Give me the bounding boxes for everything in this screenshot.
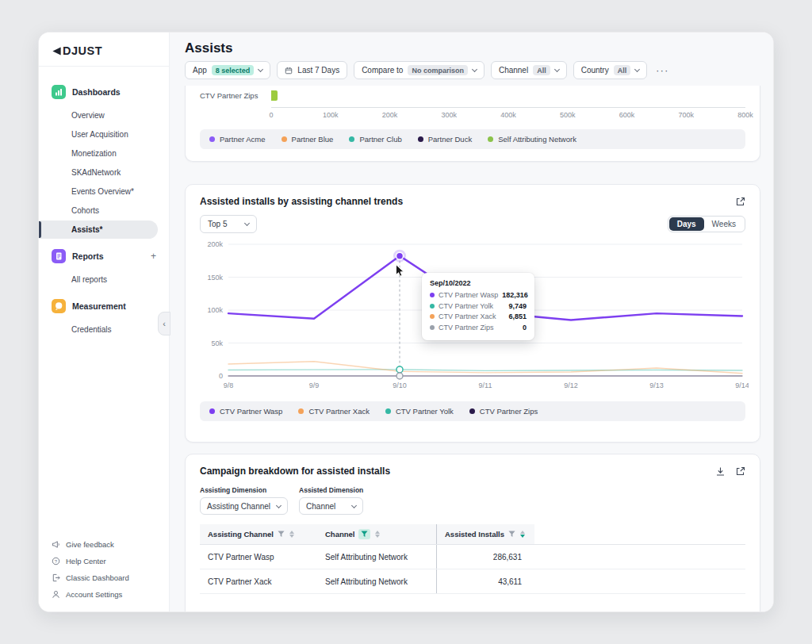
legend-item[interactable]: CTV Partner Xack [298,407,370,416]
channel-filter-badge: All [533,65,550,75]
tooltip-rows: CTV Partner Wasp182,316CTV Partner Yolk9… [430,291,527,332]
table-row[interactable]: CTV Partner XackSelf Attributing Network… [200,569,745,594]
legend-item[interactable]: CTV Partner Yolk [385,407,454,416]
assisted-installs-bar-chart-card: CTV Partner Zips 0100k200k300k400k500k60… [185,86,760,162]
give-feedback-link[interactable]: Give feedback [52,540,156,549]
sidebar-item-assists[interactable]: Assists* [39,220,158,239]
export-icon[interactable] [735,466,745,477]
sidebar-item-cohorts[interactable]: Cohorts [39,201,169,220]
more-filters-button[interactable]: ··· [653,65,672,76]
section-label: Measurement [72,301,126,311]
trend-chart-area[interactable]: 050k100k150k200k9/89/99/109/119/129/139/… [200,238,745,393]
legend-item[interactable]: CTV Partner Wasp [209,407,282,416]
table-row[interactable]: CTV Partner WaspSelf Attributing Network… [200,545,745,569]
table-cell: Self Attributing Network [317,569,436,593]
add-report-button[interactable]: + [151,251,156,262]
top-n-select[interactable]: Top 5 [200,215,257,233]
legend-label: Partner Blue [292,135,334,144]
external-link-icon [52,573,60,582]
sort-icon[interactable] [289,531,294,539]
column-label: Channel [325,530,354,539]
sidebar-section-measurement[interactable]: Measurement [39,293,169,320]
column-header-assisted-installs[interactable]: Assisted Installs [436,524,534,544]
chevron-down-icon [351,502,357,508]
svg-text:9/12: 9/12 [564,381,578,389]
channel-filter[interactable]: Channel All [491,61,567,79]
account-settings-link[interactable]: Account Settings [52,590,156,599]
download-icon[interactable] [715,466,726,477]
reports-icon [52,249,66,263]
footer-label: Account Settings [66,590,122,599]
sidebar-item-monetization[interactable]: Monetization [39,144,169,163]
compare-filter-badge: No comparison [408,65,468,75]
help-center-link[interactable]: ? Help Center [52,557,156,565]
chart-tooltip: Sep/10/2022 CTV Partner Wasp182,316CTV P… [422,273,534,340]
sidebar-section-reports[interactable]: Reports + [39,243,169,270]
tooltip-row: CTV Partner Xack6,851 [430,312,527,320]
date-range-filter[interactable]: Last 7 Days [277,61,347,79]
filter-label: Last 7 Days [297,66,339,75]
legend-item[interactable]: Partner Club [349,135,401,144]
trends-card: Assisted installs by assisting channel t… [185,184,760,443]
select-value: Channel [306,502,335,511]
assisting-dimension-group: Assisting Dimension Assisting Channel [200,486,288,515]
select-value: Assisting Channel [207,502,270,511]
table-cell: CTV Partner Wasp [200,545,317,569]
export-icon[interactable] [735,197,745,207]
sidebar-item-skadnetwork[interactable]: SKAdNetwork [39,163,169,182]
chevron-down-icon [258,67,263,72]
legend-dot [469,408,475,414]
tooltip-series-value: 0 [523,324,527,332]
filter-funnel-icon[interactable] [508,531,515,538]
axis-tick-label: 300k [441,111,457,119]
country-filter[interactable]: Country All [573,61,648,79]
breakdown-table: Assisting Channel Channel [200,524,745,594]
toggle-weeks[interactable]: Weeks [704,217,744,231]
column-header-assisting-channel[interactable]: Assisting Channel [200,524,317,544]
axis-tick-label: 800k [737,111,753,119]
sort-icon[interactable] [375,531,380,539]
user-icon [52,590,60,599]
filter-label: App [193,66,207,75]
legend-item[interactable]: Partner Acme [209,135,266,144]
table-cell-filler [534,569,745,593]
chevron-down-icon [472,67,477,72]
app-filter[interactable]: App 8 selected [185,61,270,79]
legend-item[interactable]: CTV Partner Zips [469,407,538,416]
sidebar: DJUST Dashboards Overview User Acquisiti… [39,33,170,611]
bar-segment[interactable] [271,90,278,101]
column-header-channel[interactable]: Channel [317,524,436,544]
filter-funnel-icon-active[interactable] [358,529,370,539]
assisted-dimension-group: Assisted Dimension Channel [299,486,363,515]
section-label: Dashboards [72,87,121,97]
tooltip-series-value: 6,851 [508,312,527,320]
filter-funnel-icon[interactable] [278,531,285,538]
legend-dot [418,136,423,142]
tooltip-series-label: CTV Partner Xack [439,312,504,320]
filter-label: Compare to [362,66,403,75]
brand-logo[interactable]: DJUST [39,33,169,67]
tooltip-series-value: 9,749 [508,302,527,310]
svg-text:50k: 50k [211,339,223,347]
legend-item[interactable]: Partner Duck [418,135,472,144]
sidebar-item-all-reports[interactable]: All reports [39,270,169,289]
top-chart-ticks: 0100k200k300k400k500k600k700k800k [271,111,745,121]
assisted-dimension-select[interactable]: Channel [299,497,363,515]
toggle-days[interactable]: Days [669,217,704,231]
legend-label: Partner Club [359,135,401,144]
compare-filter[interactable]: Compare to No comparison [354,61,485,79]
legend-item[interactable]: Partner Blue [282,135,334,144]
sidebar-collapse-button[interactable]: ‹ [158,312,170,335]
sidebar-item-overview[interactable]: Overview [39,106,169,125]
sidebar-section-dashboards[interactable]: Dashboards [39,79,169,105]
assisting-dimension-select[interactable]: Assisting Channel [200,497,288,515]
classic-dashboard-link[interactable]: Classic Dashboard [52,573,156,582]
legend-item[interactable]: Self Attributing Network [488,135,576,144]
sidebar-item-user-acquisition[interactable]: User Acquisition [39,125,169,144]
tooltip-series-dot [430,293,435,297]
sidebar-item-events-overview[interactable]: Events Overview* [39,182,169,201]
table-cell-filler [534,545,745,569]
sort-icon[interactable] [520,531,525,539]
tooltip-series-label: CTV Partner Yolk [439,302,504,310]
sidebar-item-credentials[interactable]: Credentials [39,320,169,339]
